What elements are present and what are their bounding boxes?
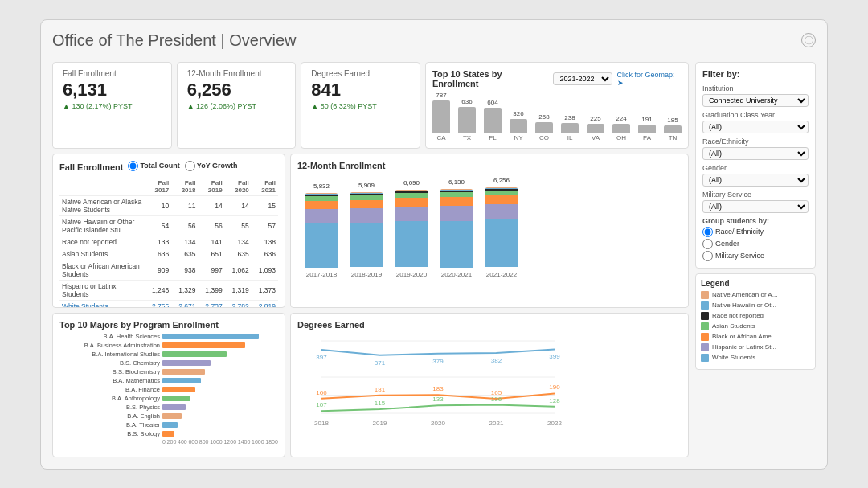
degrees-card: Degrees Earned 3973713793823991661811831… [290,313,689,457]
legend-item-label: Asian Students [712,322,755,330]
race-filter: Race/Ethnicity (All) [702,137,809,160]
bar-segment [440,197,473,206]
state-col: 191 PA [638,116,656,141]
legend-color-swatch [701,291,709,299]
enrollment-cell: 635 [225,248,252,260]
month-enrollment-chart: 5,8322017-20185,9092018-20196,0902019-20… [297,174,682,294]
gender-select[interactable]: (All) [702,174,809,187]
states-bar-chart: 787 CA 636 TX 604 FL 326 NY 258 CO 238 I… [432,92,682,141]
enrollment-cell: 10 [145,195,171,215]
legend-color-swatch [701,333,709,341]
state-col: 326 NY [510,110,527,141]
dashboard-header: Office of The President | Overview ⓘ [52,31,816,55]
svg-text:190: 190 [549,383,560,391]
major-row: B.S. Biochemistry [59,368,278,375]
major-row: B.A. Theater [59,421,278,429]
state-bar [587,124,604,133]
institution-select[interactable]: Connected University [702,94,809,107]
svg-text:128: 128 [549,396,560,404]
state-col: 787 CA [432,92,450,141]
stacked-bar-chart: 5,8322017-20185,9092018-20196,0902019-20… [297,174,682,278]
stacked-bar [395,190,428,268]
radio-group: Total Count YoY Growth [128,161,237,171]
major-row: B.A. English [59,412,278,420]
bar-year-label: 2019-2020 [396,271,427,278]
major-row: B.S. Chemistry [59,359,278,367]
group-gender-radio[interactable]: Gender [702,239,809,249]
gender-filter: Gender (All) [702,164,809,187]
states-year-dropdown[interactable]: 2021-2022 [553,72,612,85]
major-name: B.S. Physics [59,404,160,411]
enrollment-cell: 997 [198,260,224,280]
svg-text:133: 133 [432,396,444,403]
state-col: 604 FL [484,99,502,141]
institution-filter: Institution Connected University [702,84,809,107]
group-military-radio[interactable]: Military Service [702,251,809,261]
group-race-radio[interactable]: Race/ Ethnicity [702,227,809,237]
major-name: B.A. Theater [59,421,160,429]
majors-card: Top 10 Majors by Program Enrollment B.A.… [52,313,285,457]
info-icon[interactable]: ⓘ [801,33,816,47]
enrollment-cell: 57 [252,215,278,236]
graduation-select[interactable]: (All) [702,121,809,133]
legend-color-swatch [701,343,709,351]
bar-segment [305,223,338,268]
enrollment-row-label: Black or African American Students [59,260,145,280]
enrollment-table: Fall 2017 Fall 2018 Fall 2019 Fall 2020 … [59,178,278,308]
major-row: B.A. Health Sciences [59,333,278,340]
legend-item-label: Native American or A... [712,291,777,298]
legend-item-label: Race not reported [712,312,764,319]
majors-x-axis: 020040060080010001200140016001800 [162,439,278,445]
major-row: B.A. Mathematics [59,377,278,384]
total-count-radio[interactable]: Total Count [128,161,179,171]
enrollment-row-label: Race not reported [59,236,145,248]
enrollment-cell: 141 [198,236,224,248]
state-col: 238 IL [561,114,579,141]
month-enrollment-card: 12-Month Enrollment 5,8322017-20185,9092… [290,154,689,308]
major-bar [162,360,211,366]
major-row: B.A. International Studies [59,351,278,358]
bar-segment [350,223,383,267]
enrollment-cell: 14 [198,195,224,215]
enrollment-cell: 56 [171,215,198,236]
major-bar [162,351,227,357]
degrees-title: Degrees Earned [297,320,682,330]
enrollment-cell: 1,093 [252,260,278,280]
enrollment-cell: 138 [252,236,278,248]
legend-item-label: Hispanic or Latinx St... [712,343,776,351]
enrollment-cell: 56 [198,215,224,236]
fall-enrollment-value: 6,131 [63,80,162,100]
state-bar [664,125,682,133]
state-col: 636 TX [458,98,476,141]
enrollment-cell: 1,062 [225,260,252,280]
state-col: 185 TN [664,117,682,141]
geomap-link[interactable]: Click for Geomap: ➤ [617,71,682,87]
svg-text:166: 166 [316,388,327,396]
military-select[interactable]: (All) [702,200,809,213]
enrollment-row-label: White Students [59,300,145,308]
group-students-section: Group students by: Race/ Ethnicity Gende… [702,217,809,261]
svg-text:2019: 2019 [373,420,387,427]
bar-segment [395,198,428,207]
major-name: B.A. Business Adminstration [59,342,160,349]
major-name: B.A. English [59,412,160,420]
bar-total-label: 6,256 [493,177,510,184]
yoy-growth-radio[interactable]: YoY Growth [185,161,238,171]
race-select[interactable]: (All) [702,147,809,160]
enrollment-cell: 651 [198,248,224,260]
bar-segment [395,207,428,221]
bar-group: 6,0902019-2020 [395,179,428,278]
enrollment-cell: 636 [145,248,171,260]
svg-text:399: 399 [549,353,560,360]
group-title: Group students by: [702,217,809,225]
graduation-filter: Graduation Class Year (All) [702,111,809,133]
legend-section: Legend Native American or A... Native Ha… [695,273,816,370]
enrollment-row-label: Asian Students [59,248,145,260]
military-filter: Military Service (All) [702,191,809,213]
state-bar [638,125,656,133]
enrollment-cell: 636 [252,248,278,260]
bar-group: 5,8322017-2018 [305,182,338,278]
major-name: B.A. Mathematics [59,377,160,384]
enrollment-cell: 133 [145,236,171,248]
enrollment-row-label: Hispanic or Latinx Students [59,280,145,300]
